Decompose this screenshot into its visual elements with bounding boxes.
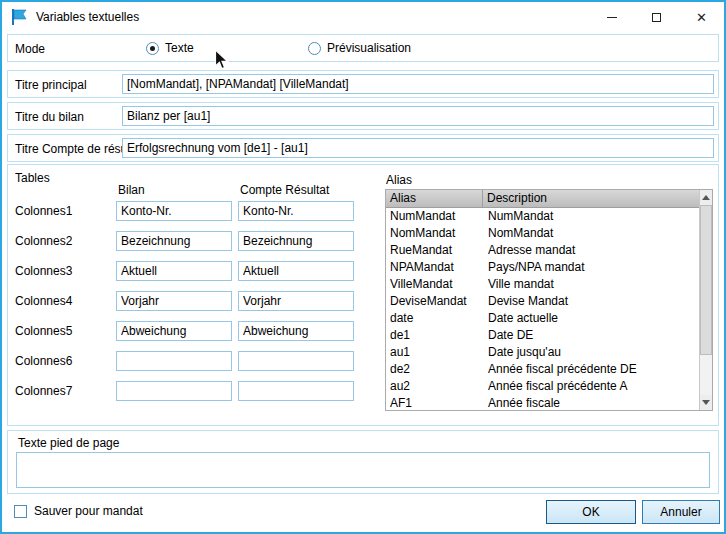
alias-name: NomMandat — [386, 225, 484, 242]
titre-principal-row: Titre principal — [7, 70, 719, 98]
alias-row[interactable]: au2Année fiscal précédente A — [386, 378, 712, 395]
radio-previsualisation-label: Prévisualisation — [327, 41, 411, 55]
scroll-down-button[interactable] — [700, 395, 712, 410]
compte-colonnes7-input[interactable] — [238, 381, 354, 401]
colonnes-label: Colonnes3 — [15, 264, 72, 278]
variables-textuelles-dialog: Variables textuelles ✕ Mode Texte Prévis… — [0, 0, 726, 534]
compte-resultat-column-header: Compte Résultat — [240, 183, 329, 197]
colonnes-label: Colonnes5 — [15, 324, 72, 338]
footer-text-label: Texte pied de page — [18, 436, 119, 450]
arrow-up-icon — [702, 195, 710, 200]
alias-description: Adresse mandat — [484, 242, 712, 259]
radio-texte-label: Texte — [165, 41, 194, 55]
tables-section: Tables Bilan Compte Résultat Colonnes1 C… — [7, 164, 719, 426]
app-icon — [10, 8, 28, 26]
alias-table: Alias Description NumMandatNumMandat Nom… — [385, 189, 713, 411]
alias-row[interactable]: NumMandatNumMandat — [386, 208, 712, 225]
cancel-button[interactable]: Annuler — [642, 500, 720, 524]
mode-group: Mode Texte Prévisualisation — [7, 34, 719, 62]
alias-description: NomMandat — [484, 225, 712, 242]
close-button[interactable]: ✕ — [679, 2, 724, 32]
alias-row[interactable]: dateDate actuelle — [386, 310, 712, 327]
minimize-button[interactable] — [589, 2, 634, 32]
minimize-icon — [607, 17, 617, 18]
bilan-colonnes7-input[interactable] — [116, 381, 232, 401]
radio-previsualisation[interactable]: Prévisualisation — [308, 41, 411, 55]
alias-name: date — [386, 310, 484, 327]
alias-row[interactable]: DeviseMandatDevise Mandat — [386, 293, 712, 310]
window-title: Variables textuelles — [36, 10, 139, 24]
titre-bilan-input[interactable] — [122, 106, 714, 126]
alias-row[interactable]: AF1Année fiscale — [386, 395, 712, 411]
alias-column-header[interactable]: Alias — [386, 190, 483, 207]
maximize-button[interactable] — [634, 2, 679, 32]
radio-indicator — [308, 42, 321, 55]
colonnes-label: Colonnes1 — [15, 204, 72, 218]
titre-compte-resultat-input[interactable] — [122, 138, 714, 158]
alias-label: Alias — [386, 173, 412, 187]
alias-name: VilleMandat — [386, 276, 484, 293]
compte-colonnes1-input[interactable] — [238, 201, 354, 221]
bilan-column-header: Bilan — [118, 183, 145, 197]
compte-colonnes6-input[interactable] — [238, 351, 354, 371]
radio-indicator — [146, 42, 159, 55]
close-icon: ✕ — [696, 11, 707, 24]
scrollbar-thumb[interactable] — [700, 205, 712, 355]
colonnes-label: Colonnes4 — [15, 294, 72, 308]
alias-row[interactable]: VilleMandatVille mandat — [386, 276, 712, 293]
alias-description: Année fiscale — [484, 395, 712, 411]
sauver-pour-mandat-checkbox[interactable] — [14, 505, 27, 518]
bilan-colonnes4-input[interactable] — [116, 291, 232, 311]
alias-name: de2 — [386, 361, 484, 378]
alias-name: RueMandat — [386, 242, 484, 259]
alias-table-header: Alias Description — [386, 190, 712, 208]
titlebar: Variables textuelles ✕ — [2, 2, 724, 32]
alias-row[interactable]: RueMandatAdresse mandat — [386, 242, 712, 259]
scroll-up-button[interactable] — [700, 190, 712, 205]
alias-name: NumMandat — [386, 208, 484, 225]
alias-name: au1 — [386, 344, 484, 361]
alias-row[interactable]: NomMandatNomMandat — [386, 225, 712, 242]
bilan-colonnes3-input[interactable] — [116, 261, 232, 281]
compte-colonnes3-input[interactable] — [238, 261, 354, 281]
maximize-icon — [652, 13, 661, 22]
alias-description: Devise Mandat — [484, 293, 712, 310]
alias-name: DeviseMandat — [386, 293, 484, 310]
colonnes-label: Colonnes6 — [15, 354, 72, 368]
titre-compte-resultat-label: Titre Compte de résu... — [15, 142, 137, 156]
alias-name: au2 — [386, 378, 484, 395]
compte-colonnes2-input[interactable] — [238, 231, 354, 251]
alias-row[interactable]: au1Date jusqu'au — [386, 344, 712, 361]
radio-texte[interactable]: Texte — [146, 41, 194, 55]
compte-colonnes4-input[interactable] — [238, 291, 354, 311]
alias-scrollbar[interactable] — [699, 190, 712, 410]
tables-label: Tables — [15, 171, 50, 185]
titre-principal-label: Titre principal — [15, 78, 87, 92]
alias-description: Ville mandat — [484, 276, 712, 293]
titre-compte-resultat-row: Titre Compte de résu... — [7, 134, 719, 162]
ok-button[interactable]: OK — [546, 500, 636, 524]
colonnes-label: Colonnes2 — [15, 234, 72, 248]
alias-name: NPAMandat — [386, 259, 484, 276]
bilan-colonnes2-input[interactable] — [116, 231, 232, 251]
alias-description: Date actuelle — [484, 310, 712, 327]
alias-description: NumMandat — [484, 208, 712, 225]
titre-principal-input[interactable] — [122, 74, 714, 94]
alias-name: de1 — [386, 327, 484, 344]
alias-row[interactable]: NPAMandatPays/NPA mandat — [386, 259, 712, 276]
alias-description: Date jusqu'au — [484, 344, 712, 361]
bilan-colonnes1-input[interactable] — [116, 201, 232, 221]
bilan-colonnes6-input[interactable] — [116, 351, 232, 371]
mode-label: Mode — [15, 42, 45, 56]
footer-text-input[interactable] — [16, 452, 710, 488]
arrow-down-icon — [702, 400, 710, 405]
titre-bilan-row: Titre du bilan — [7, 102, 719, 130]
sauver-pour-mandat-label: Sauver pour mandat — [34, 505, 143, 518]
alias-row[interactable]: de2Année fiscal précédente DE — [386, 361, 712, 378]
description-column-header[interactable]: Description — [483, 190, 712, 207]
alias-row[interactable]: de1Date DE — [386, 327, 712, 344]
alias-description: Date DE — [484, 327, 712, 344]
bilan-colonnes5-input[interactable] — [116, 321, 232, 341]
alias-description: Année fiscal précédente A — [484, 378, 712, 395]
compte-colonnes5-input[interactable] — [238, 321, 354, 341]
